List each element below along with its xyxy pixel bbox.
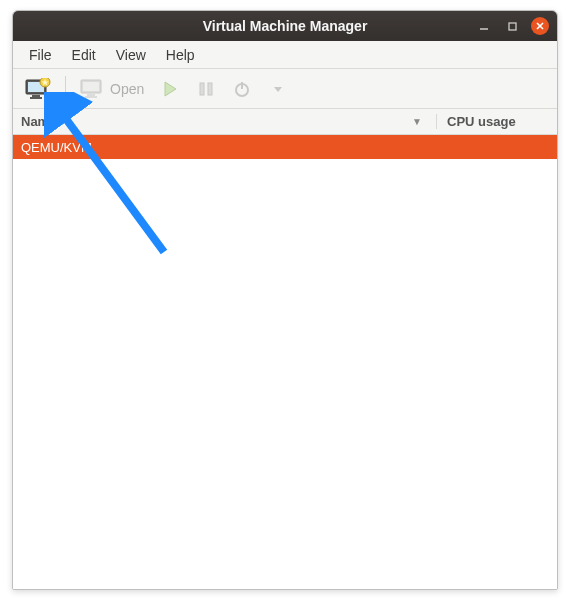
window-controls — [475, 17, 549, 35]
new-vm-button[interactable] — [19, 74, 57, 104]
close-button[interactable] — [531, 17, 549, 35]
toolbar: Open — [13, 69, 557, 109]
svg-marker-19 — [274, 87, 282, 92]
power-icon — [233, 80, 251, 98]
play-icon — [161, 80, 179, 98]
maximize-icon — [507, 21, 518, 32]
svg-rect-15 — [200, 83, 204, 95]
column-headers: Name ▼ CPU usage — [13, 109, 557, 135]
menu-edit[interactable]: Edit — [62, 43, 106, 67]
column-name-label: Name — [21, 114, 56, 129]
svg-rect-7 — [30, 97, 42, 99]
svg-rect-12 — [87, 94, 95, 96]
open-label: Open — [110, 81, 144, 97]
column-header-cpu[interactable]: CPU usage — [437, 114, 557, 129]
shutdown-menu-button[interactable] — [262, 74, 294, 104]
maximize-button[interactable] — [503, 17, 521, 35]
svg-rect-16 — [208, 83, 212, 95]
monitor-new-icon — [25, 78, 51, 100]
column-header-name[interactable]: Name ▼ — [13, 114, 437, 129]
menu-file[interactable]: File — [19, 43, 62, 67]
minimize-icon — [478, 20, 490, 32]
minimize-button[interactable] — [475, 17, 493, 35]
menu-view[interactable]: View — [106, 43, 156, 67]
shutdown-button[interactable] — [226, 74, 258, 104]
menu-help[interactable]: Help — [156, 43, 205, 67]
pause-icon — [198, 81, 214, 97]
svg-rect-11 — [83, 82, 99, 91]
connection-row[interactable]: QEMU/KVM — [13, 135, 557, 159]
pause-button[interactable] — [190, 74, 222, 104]
menubar: File Edit View Help — [13, 41, 557, 69]
connection-label: QEMU/KVM — [21, 140, 92, 155]
app-window: Virtual Machine Manager File Edit View H… — [12, 10, 558, 590]
monitor-icon — [80, 79, 104, 99]
svg-rect-1 — [509, 23, 516, 30]
toolbar-separator — [65, 76, 66, 102]
svg-marker-14 — [165, 82, 176, 96]
chevron-down-icon — [272, 83, 284, 95]
open-console-button[interactable]: Open — [74, 74, 150, 104]
sort-indicator-icon: ▼ — [412, 116, 422, 127]
column-cpu-label: CPU usage — [447, 114, 516, 129]
close-icon — [535, 21, 545, 31]
svg-rect-13 — [85, 96, 97, 98]
vm-list[interactable]: QEMU/KVM — [13, 135, 557, 589]
run-button[interactable] — [154, 74, 186, 104]
svg-rect-6 — [32, 95, 40, 97]
titlebar: Virtual Machine Manager — [13, 11, 557, 41]
window-title: Virtual Machine Manager — [203, 18, 368, 34]
